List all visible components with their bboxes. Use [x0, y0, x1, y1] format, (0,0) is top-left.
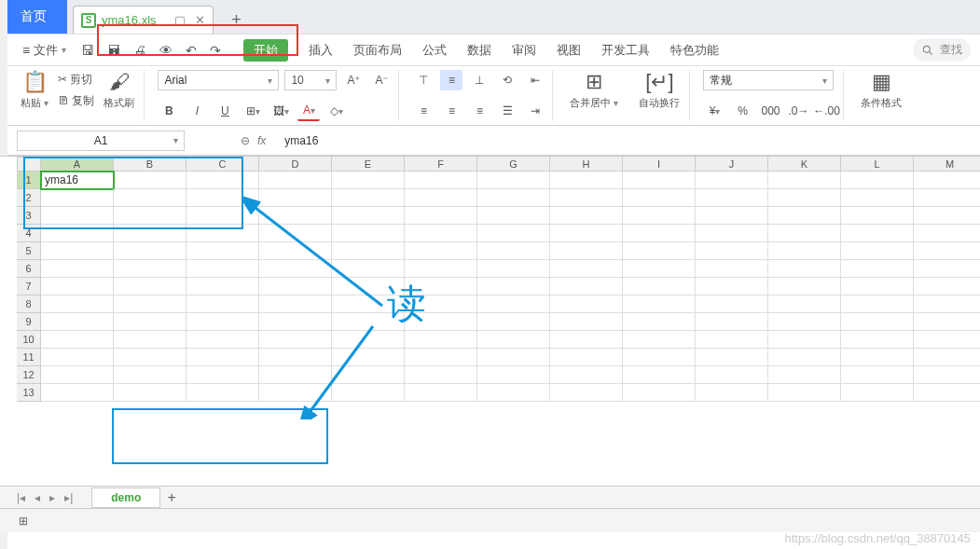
- col-header-D[interactable]: D: [259, 157, 332, 172]
- cell[interactable]: [623, 189, 696, 207]
- cell[interactable]: [696, 225, 768, 242]
- home-tab[interactable]: 首页: [0, 0, 67, 34]
- cell[interactable]: [623, 349, 696, 366]
- cell[interactable]: [477, 384, 550, 402]
- row-header-6[interactable]: 6: [17, 260, 41, 278]
- cell[interactable]: [114, 172, 186, 189]
- merge-cells-button[interactable]: ⊞ 合并居中 ▾: [566, 70, 622, 110]
- cell[interactable]: [477, 189, 550, 207]
- cell[interactable]: [696, 349, 768, 366]
- sheet-tab-demo[interactable]: demo: [91, 487, 160, 508]
- col-header-H[interactable]: H: [550, 157, 623, 172]
- cell[interactable]: [914, 225, 980, 242]
- justify-icon[interactable]: ☰: [496, 101, 518, 121]
- cell[interactable]: [41, 189, 114, 207]
- cell[interactable]: [405, 349, 477, 366]
- cell[interactable]: [41, 260, 114, 278]
- sheet-nav-prev-icon[interactable]: ◂: [35, 491, 40, 504]
- cell[interactable]: [550, 225, 623, 242]
- cell[interactable]: [259, 349, 332, 366]
- cell[interactable]: [186, 242, 259, 260]
- cell[interactable]: [550, 260, 623, 278]
- add-sheet-button[interactable]: +: [160, 489, 183, 506]
- cell[interactable]: [841, 278, 914, 295]
- cell[interactable]: [41, 278, 114, 295]
- cell[interactable]: [841, 225, 914, 242]
- font-color-button[interactable]: A▾: [297, 101, 320, 121]
- col-header-B[interactable]: B: [114, 157, 186, 172]
- border-button[interactable]: ⊞▾: [242, 101, 264, 121]
- cell[interactable]: [841, 349, 914, 366]
- cell-A1[interactable]: yma16: [41, 172, 114, 189]
- align-left-icon[interactable]: ≡: [412, 101, 435, 121]
- row-header-12[interactable]: 12: [17, 366, 41, 384]
- cell[interactable]: [477, 260, 550, 278]
- underline-button[interactable]: U: [214, 101, 236, 121]
- row-header-13[interactable]: 13: [17, 384, 41, 402]
- redo-icon[interactable]: ↷: [210, 43, 221, 58]
- row-header-9[interactable]: 9: [17, 313, 41, 331]
- cell[interactable]: [623, 260, 696, 278]
- cell[interactable]: [41, 366, 114, 384]
- tab-review[interactable]: 审阅: [512, 42, 536, 59]
- decrease-decimal-icon[interactable]: ←.00: [815, 101, 837, 121]
- cell[interactable]: [114, 313, 186, 331]
- cell[interactable]: [41, 242, 114, 260]
- cell[interactable]: [696, 313, 768, 331]
- formula-input[interactable]: yma16: [284, 134, 318, 147]
- cell[interactable]: [768, 331, 841, 349]
- cell[interactable]: [477, 207, 550, 225]
- cell[interactable]: [914, 331, 980, 349]
- cell[interactable]: [841, 242, 914, 260]
- print-icon[interactable]: 🖨: [133, 43, 146, 58]
- cell[interactable]: [186, 295, 259, 313]
- cell[interactable]: [623, 278, 696, 295]
- cell[interactable]: [332, 189, 405, 207]
- cell[interactable]: [186, 313, 259, 331]
- cell[interactable]: [768, 384, 841, 402]
- cell[interactable]: [41, 349, 114, 366]
- cell[interactable]: [623, 242, 696, 260]
- cells-area[interactable]: yma16 // placeholder — rows generated be…: [41, 172, 980, 402]
- cell[interactable]: [841, 295, 914, 313]
- file-menu[interactable]: ≡ 文件 ▾: [17, 42, 72, 59]
- tab-page-layout[interactable]: 页面布局: [353, 42, 402, 59]
- cell[interactable]: [114, 189, 186, 207]
- cell[interactable]: [186, 384, 259, 402]
- tab-start[interactable]: 开始: [243, 39, 288, 62]
- cell[interactable]: [696, 260, 768, 278]
- cell[interactable]: [405, 331, 477, 349]
- italic-button[interactable]: I: [186, 101, 208, 121]
- cell[interactable]: [550, 313, 623, 331]
- cell[interactable]: [914, 313, 980, 331]
- tab-formula[interactable]: 公式: [422, 42, 447, 59]
- row-header-7[interactable]: 7: [17, 278, 41, 295]
- close-tab-icon[interactable]: ✕: [195, 13, 205, 27]
- spreadsheet-grid[interactable]: A B C D E F G H I J K L M 1 2 3 4 5 6 7 …: [0, 156, 980, 512]
- font-size-select[interactable]: 10▾: [284, 70, 337, 90]
- cell[interactable]: [41, 295, 114, 313]
- cell[interactable]: [768, 313, 841, 331]
- cell[interactable]: [186, 331, 259, 349]
- sheet-nav-next-icon[interactable]: ▸: [49, 491, 55, 504]
- cell[interactable]: [259, 189, 332, 207]
- cell[interactable]: [768, 260, 841, 278]
- cell[interactable]: [550, 331, 623, 349]
- cell[interactable]: [914, 278, 980, 295]
- cell[interactable]: [405, 260, 477, 278]
- cell[interactable]: [259, 384, 332, 402]
- cell[interactable]: [696, 331, 768, 349]
- copy-button[interactable]: 🖹 复制: [58, 93, 94, 109]
- cell[interactable]: [914, 384, 980, 402]
- cell[interactable]: [477, 225, 550, 242]
- cell[interactable]: [405, 207, 477, 225]
- cut-button[interactable]: ✂ 剪切: [58, 72, 94, 88]
- row-header-8[interactable]: 8: [17, 295, 41, 313]
- cell[interactable]: [332, 242, 405, 260]
- cell[interactable]: [550, 207, 623, 225]
- col-header-C[interactable]: C: [186, 157, 259, 172]
- cell[interactable]: [114, 225, 186, 242]
- cell[interactable]: [768, 189, 841, 207]
- cell[interactable]: [332, 207, 405, 225]
- select-all-corner[interactable]: [17, 157, 41, 172]
